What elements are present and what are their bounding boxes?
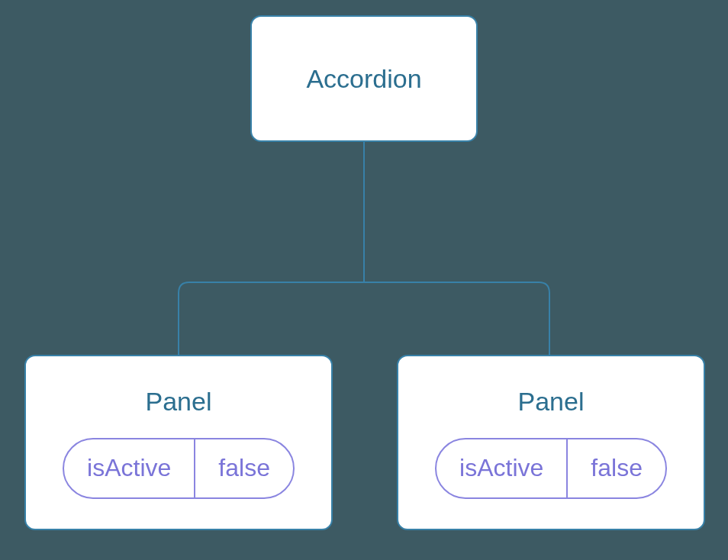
child-node-panel-right: Panel isActive false xyxy=(397,355,705,530)
root-node-accordion: Accordion xyxy=(250,15,478,142)
prop-pill: isActive false xyxy=(63,438,295,499)
root-node-label: Accordion xyxy=(306,64,421,94)
prop-key: isActive xyxy=(64,439,195,497)
child-node-label: Panel xyxy=(146,387,212,417)
child-node-label: Panel xyxy=(518,387,585,417)
prop-pill: isActive false xyxy=(435,438,667,499)
prop-key: isActive xyxy=(436,439,568,497)
prop-value: false xyxy=(195,439,293,497)
child-node-panel-left: Panel isActive false xyxy=(24,355,333,530)
prop-value: false xyxy=(568,439,665,497)
